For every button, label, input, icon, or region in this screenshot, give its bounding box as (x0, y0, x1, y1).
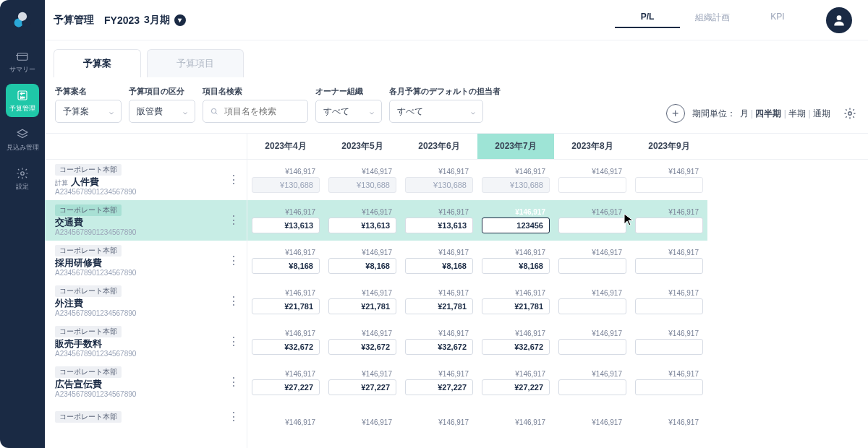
fiscal-year-selector[interactable]: FY2023 3月期 ▾ (104, 14, 186, 27)
row-menu-button[interactable]: ⋮ (228, 299, 239, 303)
cell-input[interactable] (558, 177, 626, 193)
cell-input[interactable] (635, 217, 703, 233)
month-header[interactable]: 2023年8月 (554, 134, 631, 159)
value-cell[interactable]: ¥146,917 (631, 322, 707, 362)
cell-input[interactable]: ¥21,781 (328, 298, 396, 314)
value-cell[interactable]: ¥146,917¥13,613 (247, 200, 324, 241)
cell-input[interactable] (558, 379, 626, 395)
value-cell[interactable]: ¥146,917 (554, 281, 631, 322)
toptab-組織計画[interactable]: 組織計画 (680, 12, 745, 28)
cell-input[interactable] (635, 177, 703, 193)
value-cell[interactable]: ¥146,917123456 (477, 200, 554, 241)
value-cell[interactable]: ¥146,917¥27,227 (477, 362, 554, 402)
period-option[interactable]: 半期 (788, 108, 806, 119)
value-cell[interactable]: ¥146,917¥27,227 (324, 362, 401, 402)
add-button[interactable]: + (666, 104, 685, 123)
cell-input[interactable]: ¥32,672 (482, 339, 550, 355)
value-cell[interactable]: ¥146,917 (554, 241, 631, 281)
value-cell[interactable]: ¥146,917¥21,781 (247, 281, 324, 322)
cell-input[interactable]: ¥27,227 (328, 379, 396, 395)
value-cell[interactable]: ¥146,917¥32,672 (324, 322, 401, 362)
month-header[interactable]: 2023年7月 (477, 134, 554, 159)
value-cell[interactable]: ¥146,917 (554, 322, 631, 362)
row-menu-button[interactable]: ⋮ (228, 380, 239, 384)
cell-input[interactable] (635, 339, 703, 355)
cell-input[interactable]: ¥21,781 (405, 298, 473, 314)
value-cell[interactable]: ¥146,917 (554, 362, 631, 402)
value-cell[interactable]: ¥146,917¥130,688 (401, 160, 477, 200)
toptab-P/L[interactable]: P/L (615, 12, 680, 28)
cell-input[interactable]: ¥13,613 (328, 217, 396, 233)
avatar[interactable] (826, 7, 852, 33)
value-cell[interactable]: ¥146,917¥21,781 (324, 281, 401, 322)
cell-input[interactable] (558, 339, 626, 355)
cell-input[interactable]: ¥130,688 (252, 177, 320, 193)
value-cell[interactable]: ¥146,917 (554, 160, 631, 200)
cell-input[interactable]: ¥27,227 (482, 379, 550, 395)
value-cell[interactable]: ¥146,917¥8,168 (324, 241, 401, 281)
value-cell[interactable]: ¥146,917¥130,688 (324, 160, 401, 200)
budget-name-select[interactable]: 予算案⌵ (55, 100, 122, 123)
period-option[interactable]: 四半期 (755, 108, 781, 119)
tab[interactable]: 予算案 (54, 49, 141, 77)
value-cell[interactable]: ¥146,917¥13,613 (324, 200, 401, 241)
nav-calc[interactable]: +−×=予算管理 (6, 84, 39, 117)
cell-input[interactable] (558, 258, 626, 274)
row-menu-button[interactable]: ⋮ (228, 218, 239, 223)
tab[interactable]: 予算項目 (147, 49, 244, 77)
value-cell[interactable]: ¥146,917 (631, 402, 707, 443)
cell-input[interactable]: ¥32,672 (328, 339, 396, 355)
search-input[interactable] (203, 100, 308, 123)
value-cell[interactable]: ¥146,917¥8,168 (247, 241, 324, 281)
month-header[interactable]: 2023年9月 (631, 134, 707, 159)
nav-card[interactable]: サマリー (6, 45, 39, 78)
value-cell[interactable]: ¥146,917¥130,688 (247, 160, 324, 200)
cell-input[interactable]: ¥8,168 (482, 258, 550, 274)
month-header[interactable]: 2023年4月 (247, 134, 324, 159)
cell-input[interactable] (558, 298, 626, 314)
cell-input[interactable]: ¥32,672 (405, 339, 473, 355)
cell-input[interactable]: ¥8,168 (252, 258, 320, 274)
value-cell[interactable]: ¥146,917 (631, 200, 707, 241)
category-select[interactable]: 販管費⌵ (129, 100, 195, 123)
value-cell[interactable]: ¥146,917 (554, 402, 631, 443)
cell-input[interactable]: ¥21,781 (482, 298, 550, 314)
value-cell[interactable]: ¥146,917 (631, 241, 707, 281)
cell-input[interactable]: ¥21,781 (252, 298, 320, 314)
value-cell[interactable]: ¥146,917 (247, 402, 324, 443)
period-option[interactable]: 通期 (813, 108, 830, 119)
assignee-select[interactable]: すべて⌵ (389, 100, 483, 123)
value-cell[interactable]: ¥146,917 (554, 200, 631, 241)
value-cell[interactable]: ¥146,917¥27,227 (401, 362, 477, 402)
toptab-KPI[interactable]: KPI (745, 12, 810, 28)
value-cell[interactable]: ¥146,917¥21,781 (477, 281, 554, 322)
cell-input[interactable] (635, 258, 703, 274)
period-option[interactable]: 月 (740, 108, 749, 119)
value-cell[interactable]: ¥146,917¥32,672 (247, 322, 324, 362)
value-cell[interactable]: ¥146,917¥27,227 (247, 362, 324, 402)
cell-input[interactable]: ¥13,613 (252, 217, 320, 233)
value-cell[interactable]: ¥146,917¥8,168 (401, 241, 477, 281)
value-cell[interactable]: ¥146,917 (324, 402, 401, 443)
value-cell[interactable]: ¥146,917 (401, 402, 477, 443)
value-cell[interactable]: ¥146,917¥8,168 (477, 241, 554, 281)
cell-input[interactable]: ¥8,168 (328, 258, 396, 274)
value-cell[interactable]: ¥146,917¥21,781 (401, 281, 477, 322)
row-menu-button[interactable]: ⋮ (228, 178, 239, 182)
row-menu-button[interactable]: ⋮ (228, 340, 239, 344)
cell-input[interactable]: ¥32,672 (252, 339, 320, 355)
nav-gear[interactable]: 設定 (6, 162, 39, 195)
cell-input[interactable]: 123456 (482, 217, 550, 233)
value-cell[interactable]: ¥146,917¥130,688 (477, 160, 554, 200)
cell-input[interactable]: ¥130,688 (405, 177, 473, 193)
settings-button[interactable] (842, 105, 858, 121)
cell-input[interactable] (558, 217, 626, 233)
value-cell[interactable]: ¥146,917¥13,613 (401, 200, 477, 241)
month-header[interactable]: 2023年6月 (401, 134, 477, 159)
cell-input[interactable]: ¥130,688 (328, 177, 396, 193)
cell-input[interactable] (635, 379, 703, 395)
row-menu-button[interactable]: ⋮ (228, 415, 239, 419)
owner-select[interactable]: すべて⌵ (315, 100, 382, 123)
cell-input[interactable]: ¥130,688 (482, 177, 550, 193)
cell-input[interactable] (635, 298, 703, 314)
